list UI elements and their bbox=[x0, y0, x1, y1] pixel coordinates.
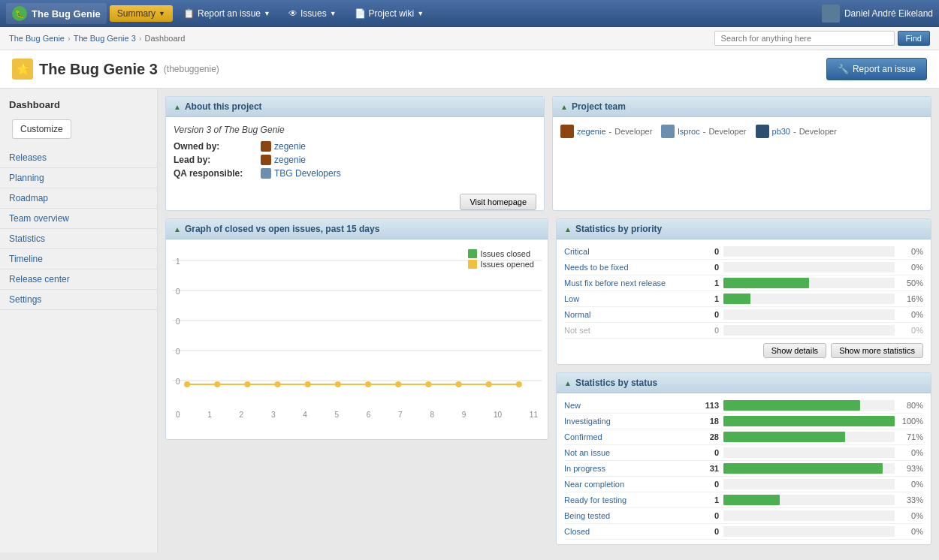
member-name-2[interactable]: pb30 bbox=[772, 127, 790, 136]
stat-row-ready-for-testing: Ready for testing 1 33% bbox=[564, 492, 923, 508]
stat-label-near-completion[interactable]: Near completion bbox=[564, 480, 692, 489]
stat-pct-low: 16% bbox=[899, 294, 923, 303]
triangle-icon-2: ▲ bbox=[560, 103, 568, 111]
search-input[interactable] bbox=[714, 31, 895, 46]
x-label-9: 9 bbox=[462, 411, 466, 419]
owned-by-row: Owned by: zegenie bbox=[174, 141, 536, 152]
legend-color-closed bbox=[468, 249, 477, 258]
breadcrumb-project[interactable]: The Bug Genie 3 bbox=[74, 34, 136, 43]
svg-point-10 bbox=[184, 381, 190, 387]
stat-bar-container-critical bbox=[723, 246, 895, 257]
legend-closed: Issues closed bbox=[468, 249, 534, 258]
sidebar-item-team-overview[interactable]: Team overview bbox=[0, 209, 157, 229]
chevron-down-icon-2: ▼ bbox=[264, 10, 270, 17]
show-more-statistics-button[interactable]: Show more statistics bbox=[831, 343, 923, 358]
stat-label-must-fix[interactable]: Must fix before next release bbox=[564, 278, 692, 288]
chevron-down-icon-4: ▼ bbox=[417, 10, 424, 17]
x-label-8: 8 bbox=[430, 411, 434, 419]
about-panel-title: About this project bbox=[185, 101, 262, 112]
stat-count-not-an-issue: 0 bbox=[696, 448, 719, 457]
stat-count-near-completion: 0 bbox=[696, 480, 719, 489]
stat-bar-container-near-completion bbox=[723, 479, 895, 489]
nav-issues[interactable]: 👁 Issues ▼ bbox=[281, 5, 344, 22]
stats-priority-footer: Show details Show more statistics bbox=[564, 339, 923, 360]
sidebar-item-releases[interactable]: Releases bbox=[0, 148, 157, 168]
member-role-2: Developer bbox=[799, 127, 837, 136]
sidebar-item-release-center[interactable]: Release center bbox=[0, 269, 157, 290]
stat-label-ready-for-testing[interactable]: Ready for testing bbox=[564, 495, 692, 504]
stat-label-not-set[interactable]: Not set bbox=[564, 326, 692, 335]
stat-label-new[interactable]: New bbox=[564, 401, 692, 410]
main-content: Dashboard Customize Releases Planning Ro… bbox=[0, 89, 939, 552]
breadcrumb-sep-2: › bbox=[139, 34, 142, 43]
member-role-sep-1: - bbox=[703, 127, 706, 136]
stat-label-normal[interactable]: Normal bbox=[564, 310, 692, 319]
stat-label-not-an-issue[interactable]: Not an issue bbox=[564, 448, 692, 457]
logo[interactable]: 🐛 The Bug Genie bbox=[6, 3, 107, 24]
stat-pct-not-set: 0% bbox=[899, 326, 923, 335]
svg-point-16 bbox=[365, 381, 371, 387]
breadcrumb-home[interactable]: The Bug Genie bbox=[9, 34, 65, 43]
stat-label-needs[interactable]: Needs to be fixed bbox=[564, 263, 692, 272]
member-name-0[interactable]: zegenie bbox=[577, 127, 606, 136]
x-label-2: 2 bbox=[240, 411, 244, 419]
page-subtitle: (thebuggenie) bbox=[164, 64, 219, 74]
report-issue-button[interactable]: 🔧 Report an issue bbox=[826, 58, 927, 80]
visit-homepage-button[interactable]: Visit homepage bbox=[460, 194, 536, 210]
stat-bar-container-ready-for-testing bbox=[723, 495, 895, 505]
logo-label: The Bug Genie bbox=[32, 8, 101, 20]
svg-text:0: 0 bbox=[176, 348, 180, 356]
stats-status-panel: ▲ Statistics by status New 113 80% bbox=[556, 372, 931, 545]
stat-bar-container-needs bbox=[723, 262, 895, 272]
x-label-1: 1 bbox=[207, 411, 212, 419]
about-panel-body: Version 3 of The Bug Genie Owned by: zeg… bbox=[166, 117, 544, 194]
x-label-7: 7 bbox=[398, 411, 403, 419]
stat-label-low[interactable]: Low bbox=[564, 294, 692, 303]
x-label-0: 0 bbox=[176, 411, 180, 419]
triangle-icon: ▲ bbox=[174, 103, 181, 111]
sidebar-item-roadmap[interactable]: Roadmap bbox=[0, 188, 157, 209]
member-role-sep-0: - bbox=[609, 127, 612, 136]
stat-label-being-tested[interactable]: Being tested bbox=[564, 511, 692, 520]
nav-report-issue[interactable]: 📋 Report an issue ▼ bbox=[176, 5, 278, 22]
nav-summary[interactable]: Summary ▼ bbox=[110, 5, 173, 22]
stat-row-confirmed: Confirmed 28 71% bbox=[564, 429, 923, 445]
stat-bar-investigating bbox=[723, 416, 895, 426]
qa-link[interactable]: TBG Developers bbox=[274, 168, 341, 179]
stat-label-closed[interactable]: Closed bbox=[564, 527, 692, 536]
stat-row-low: Low 1 16% bbox=[564, 291, 923, 307]
nav-report-label: Report an issue bbox=[198, 8, 261, 19]
show-details-button[interactable]: Show details bbox=[763, 343, 826, 358]
wrench-icon: 🔧 bbox=[838, 64, 849, 74]
breadcrumb-sep-1: › bbox=[68, 34, 71, 43]
stat-bar-container-being-tested bbox=[723, 510, 895, 521]
stat-label-critical[interactable]: Critical bbox=[564, 247, 692, 256]
owned-by-value: zegenie bbox=[261, 141, 306, 152]
sidebar-item-timeline[interactable]: Timeline bbox=[0, 249, 157, 269]
sidebar-item-planning[interactable]: Planning bbox=[0, 168, 157, 188]
lead-by-value: zegenie bbox=[261, 155, 306, 165]
stats-status-title: Statistics by status bbox=[575, 378, 657, 388]
lead-by-avatar bbox=[261, 155, 271, 165]
stat-label-in-progress[interactable]: In progress bbox=[564, 464, 692, 473]
member-role-1: Developer bbox=[708, 127, 746, 136]
lead-by-link[interactable]: zegenie bbox=[274, 155, 306, 165]
owned-by-link[interactable]: zegenie bbox=[274, 141, 306, 152]
stat-pct-critical: 0% bbox=[899, 247, 923, 256]
team-members-list: zegenie - Developer lsproc - Developer bbox=[560, 125, 923, 138]
stat-bar-confirmed bbox=[723, 432, 845, 442]
stat-row-critical: Critical 0 0% bbox=[564, 244, 923, 260]
qa-row: QA responsible: TBG Developers bbox=[174, 168, 536, 179]
sidebar-item-statistics[interactable]: Statistics bbox=[0, 229, 157, 249]
stat-count-low: 1 bbox=[696, 294, 719, 303]
stat-label-investigating[interactable]: Investigating bbox=[564, 417, 692, 426]
stat-label-confirmed[interactable]: Confirmed bbox=[564, 432, 692, 441]
sidebar-item-settings[interactable]: Settings bbox=[0, 290, 157, 310]
member-name-1[interactable]: lsproc bbox=[678, 127, 699, 136]
wiki-icon: 📄 bbox=[355, 8, 366, 19]
search-button[interactable]: Find bbox=[898, 31, 930, 46]
stat-count-being-tested: 0 bbox=[696, 511, 719, 520]
user-area[interactable]: Daniel André Eikeland bbox=[822, 5, 933, 23]
customize-button[interactable]: Customize bbox=[12, 119, 71, 139]
nav-wiki[interactable]: 📄 Project wiki ▼ bbox=[347, 5, 432, 22]
